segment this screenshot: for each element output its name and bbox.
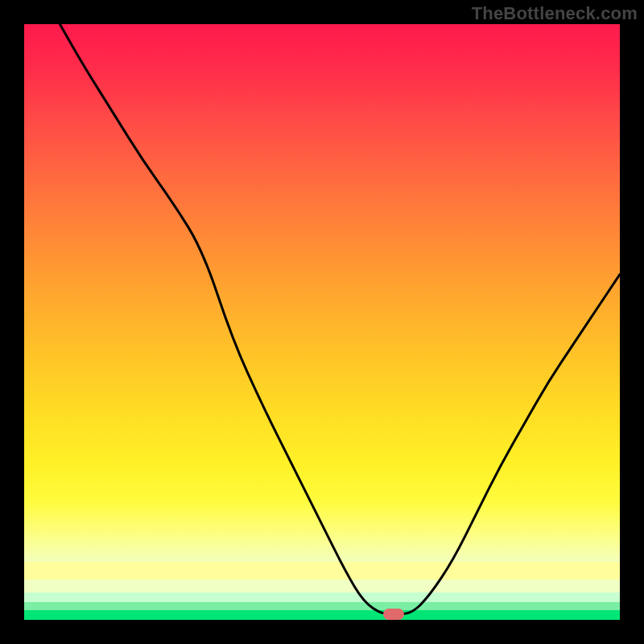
optimal-point-marker [383,609,404,620]
chart-container: TheBottleneck.com [0,0,644,644]
bottleneck-curve [60,24,620,614]
curve-svg [24,24,620,620]
watermark-text: TheBottleneck.com [472,3,638,24]
plot-area [24,24,620,620]
